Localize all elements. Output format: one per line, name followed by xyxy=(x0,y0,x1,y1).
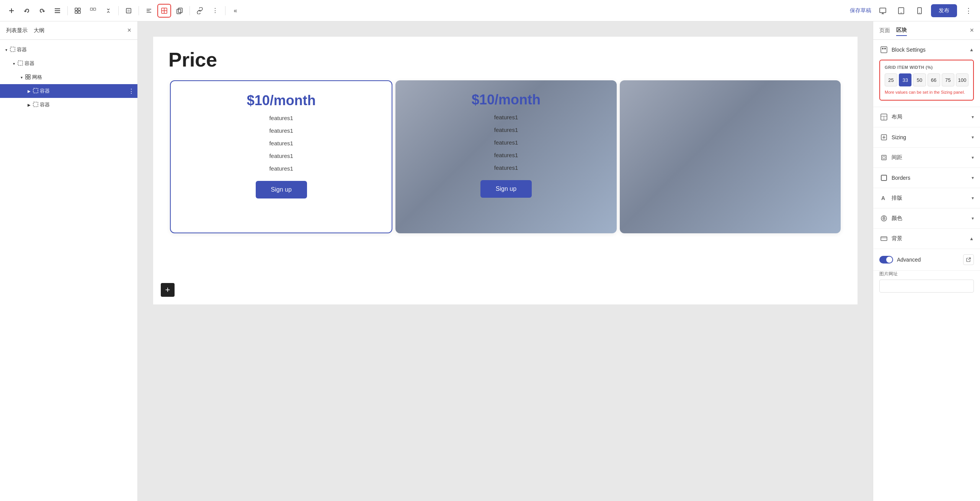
link-button[interactable] xyxy=(193,4,207,18)
separator-3 xyxy=(139,6,139,15)
align-left-button[interactable] xyxy=(142,4,156,18)
price-card-0[interactable]: $10/month features1 features1 features1 … xyxy=(170,80,392,233)
list-view-button[interactable] xyxy=(51,4,64,18)
signup-button-0[interactable]: Sign up xyxy=(256,181,307,198)
background-section: 背景 ▲ xyxy=(873,229,980,249)
tab-block[interactable]: 区块 xyxy=(896,25,907,36)
width-100[interactable]: 100 xyxy=(956,73,969,86)
right-panel-close[interactable]: × xyxy=(970,26,974,34)
frame-button[interactable] xyxy=(122,4,136,18)
copy-button[interactable] xyxy=(173,4,186,18)
background-icon xyxy=(879,234,889,243)
width-66[interactable]: 66 xyxy=(928,73,940,86)
background-header[interactable]: 背景 ▲ xyxy=(873,229,980,249)
expand-button[interactable] xyxy=(101,4,115,18)
advanced-row: Advanced xyxy=(873,249,980,271)
settings-button[interactable]: ⋮ xyxy=(962,4,975,18)
svg-rect-9 xyxy=(90,8,93,10)
width-50[interactable]: 50 xyxy=(913,73,926,86)
sizing-section: Sizing ▾ xyxy=(873,127,980,148)
block-settings-header[interactable]: Block Settings ▲ xyxy=(873,40,980,60)
svg-point-27 xyxy=(919,12,920,13)
feature-0-1: features1 xyxy=(269,127,293,134)
svg-rect-8 xyxy=(78,11,80,13)
left-panel-close[interactable]: × xyxy=(127,26,131,34)
main-layout: 列表显示 大纲 × ▾ 容器 ▾ 容器 ▾ xyxy=(0,21,980,501)
layout-header[interactable]: 布局 ▾ xyxy=(873,107,980,127)
svg-rect-46 xyxy=(883,156,885,159)
layout-icon xyxy=(879,112,889,122)
desktop-view-button[interactable] xyxy=(876,4,890,18)
block-settings-box: GRID ITEM WIDTH (%) 25 33 50 66 75 100 M… xyxy=(879,60,974,101)
spacing-label: 间距 xyxy=(892,154,902,161)
add-button[interactable] xyxy=(5,4,18,18)
toolbar-right: 保存草稿 发布 ⋮ xyxy=(850,4,975,18)
sizing-header[interactable]: Sizing ▾ xyxy=(873,127,980,147)
price-grid: $10/month features1 features1 features1 … xyxy=(168,79,842,235)
price-card-1[interactable]: $10/month features1 features1 features1 … xyxy=(395,80,616,233)
canvas[interactable]: Price $10/month features1 features1 feat… xyxy=(138,21,873,501)
save-draft-button[interactable]: 保存草稿 xyxy=(850,7,871,14)
svg-rect-29 xyxy=(18,61,23,65)
svg-rect-7 xyxy=(75,11,77,13)
tab-outline[interactable]: 大纲 xyxy=(34,26,44,36)
more-button[interactable]: ⋮ xyxy=(208,4,222,18)
width-25[interactable]: 25 xyxy=(885,73,897,86)
tree-item-0[interactable]: ▾ 容器 xyxy=(0,43,137,57)
color-header[interactable]: 颜色 ▾ xyxy=(873,208,980,228)
tree-item-3[interactable]: ▶ 容器 ⋮ xyxy=(0,84,137,98)
tree-item-2[interactable]: ▾ 网格 xyxy=(0,70,137,84)
selection-button[interactable] xyxy=(86,4,100,18)
image-url-input[interactable] xyxy=(879,280,974,293)
spacing-header[interactable]: 间距 ▾ xyxy=(873,148,980,168)
publish-button[interactable]: 发布 xyxy=(931,4,957,17)
svg-point-25 xyxy=(901,12,902,13)
advanced-link-button[interactable] xyxy=(963,254,974,265)
tree-label-2: 网格 xyxy=(32,74,134,81)
color-section: 颜色 ▾ xyxy=(873,208,980,229)
redo-button[interactable] xyxy=(35,4,49,18)
feature-1-1: features1 xyxy=(494,127,518,133)
tree-item-4[interactable]: ▶ 容器 xyxy=(0,98,137,112)
sizing-label: Sizing xyxy=(892,134,906,140)
tree-item-1[interactable]: ▾ 容器 xyxy=(0,57,137,70)
color-label: 颜色 xyxy=(892,215,902,222)
borders-header[interactable]: Borders ▾ xyxy=(873,168,980,188)
layout-label: 布局 xyxy=(892,114,902,120)
add-block-button[interactable]: + xyxy=(161,283,175,297)
borders-icon xyxy=(879,173,889,182)
svg-rect-10 xyxy=(93,8,96,10)
tree-label-1: 容器 xyxy=(24,60,134,67)
typography-chevron: ▾ xyxy=(972,195,974,201)
grid-layout-button[interactable] xyxy=(157,4,171,18)
advanced-toggle[interactable] xyxy=(879,256,893,264)
toggle-0[interactable]: ▾ xyxy=(3,47,9,53)
signup-button-1[interactable]: Sign up xyxy=(480,180,532,198)
feature-0-0: features1 xyxy=(269,115,293,121)
typography-header[interactable]: A 排版 ▾ xyxy=(873,188,980,208)
collapse-button[interactable]: « xyxy=(229,4,242,18)
svg-rect-4 xyxy=(55,12,60,13)
tab-page[interactable]: 页面 xyxy=(879,26,890,36)
color-icon xyxy=(879,214,889,223)
toggle-3[interactable]: ▶ xyxy=(26,88,32,94)
toggle-1[interactable]: ▾ xyxy=(11,60,17,67)
width-75[interactable]: 75 xyxy=(942,73,954,86)
mobile-view-button[interactable] xyxy=(913,4,926,18)
toggle-4[interactable]: ▶ xyxy=(26,102,32,108)
separator-5 xyxy=(225,6,225,15)
svg-rect-28 xyxy=(10,47,15,52)
svg-rect-1 xyxy=(11,8,12,13)
tab-list-view[interactable]: 列表显示 xyxy=(6,26,28,36)
tablet-view-button[interactable] xyxy=(894,4,908,18)
width-33[interactable]: 33 xyxy=(899,73,911,86)
image-url-label: 图片网址 xyxy=(879,271,974,277)
tree-label-3: 容器 xyxy=(40,88,128,94)
feature-1-3: features1 xyxy=(494,152,518,158)
borders-label: Borders xyxy=(892,175,910,181)
toggle-2[interactable]: ▾ xyxy=(18,74,24,80)
grid-view-button[interactable] xyxy=(71,4,85,18)
tree-more-3[interactable]: ⋮ xyxy=(128,88,134,95)
undo-button[interactable] xyxy=(20,4,34,18)
price-card-2[interactable] xyxy=(620,80,841,233)
